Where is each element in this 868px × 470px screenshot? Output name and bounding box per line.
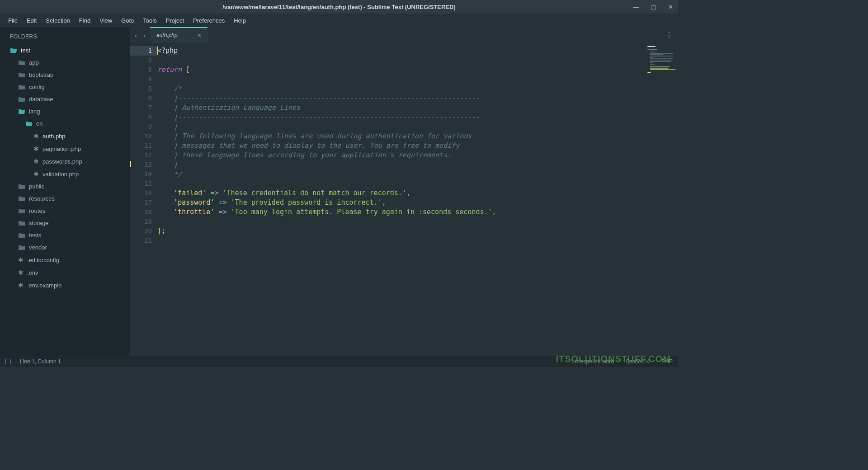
file-icon: ✱ [33, 158, 39, 165]
menu-edit[interactable]: Edit [22, 15, 41, 26]
tree-label: auth.php [42, 133, 66, 140]
file-item[interactable]: ✱.env.example [0, 279, 130, 291]
string-value: 'The provided password is incorrect.' [231, 198, 382, 207]
nav-forward-icon[interactable]: › [143, 31, 146, 39]
panel-toggle-icon[interactable] [5, 359, 11, 364]
menu-help[interactable]: Help [229, 15, 250, 26]
comment: | these language lines according to your… [174, 151, 451, 159]
comment: | The following language lines are used … [174, 132, 472, 140]
file-item[interactable]: ✱validation.php [0, 168, 130, 180]
folder-item[interactable]: tests [0, 229, 130, 241]
folder-icon [10, 48, 17, 53]
code-content[interactable]: <?php return [ /* |---------------------… [157, 42, 641, 356]
menu-project[interactable]: Project [161, 15, 189, 26]
file-icon: ✱ [33, 132, 39, 140]
main-area: FOLDERS testappbootstrapconfigdatabasela… [0, 27, 678, 356]
comment: /* [174, 85, 182, 93]
titlebar: /var/www/me/laravel11/test/lang/en/auth.… [0, 0, 678, 14]
tree-label: en [36, 120, 42, 127]
folder-icon [18, 72, 25, 78]
array-key: 'password' [174, 198, 214, 207]
folder-item[interactable]: test [0, 44, 130, 56]
comma: , [382, 198, 386, 207]
menu-file[interactable]: File [4, 15, 22, 26]
folder-item[interactable]: bootstrap [0, 69, 130, 81]
file-icon: ✱ [18, 269, 24, 276]
folder-icon [18, 208, 25, 214]
folder-item[interactable]: routes [0, 205, 130, 217]
window-controls: — ▢ ✕ [633, 0, 674, 14]
file-item[interactable]: ✱pagination.php [0, 142, 130, 155]
folder-tree: testappbootstrapconfigdatabaselangen✱aut… [0, 44, 130, 291]
tab-auth-php[interactable]: auth.php × [150, 27, 208, 42]
folder-icon [18, 109, 25, 114]
folder-icon [18, 221, 25, 226]
folder-item[interactable]: database [0, 93, 130, 105]
minimap-content [647, 46, 675, 78]
menu-find[interactable]: Find [75, 15, 95, 26]
menu-preferences[interactable]: Preferences [189, 15, 229, 26]
file-item[interactable]: ✱passwords.php [0, 155, 130, 168]
minimize-button[interactable]: — [633, 4, 639, 10]
tree-label: public [29, 183, 44, 190]
tree-label: validation.php [42, 171, 79, 178]
tree-label: app [29, 59, 39, 66]
comment: | messages that we need to display to th… [174, 141, 459, 150]
file-icon: ✱ [33, 170, 39, 178]
tab-close-icon[interactable]: × [198, 32, 201, 39]
file-item[interactable]: ✱auth.php [0, 130, 130, 142]
arrow-op: => [210, 189, 218, 197]
folder-item[interactable]: lang [0, 105, 130, 118]
arrow-op: => [218, 208, 226, 216]
string-value: 'These credentials do not match our reco… [223, 189, 406, 197]
watermark: ITSOLUTIONSTUFF.COM [556, 354, 671, 364]
keyword-return: return [157, 66, 182, 74]
folder-item[interactable]: vendor [0, 241, 130, 254]
kebab-icon[interactable]: ⋮ [665, 31, 673, 39]
folder-item[interactable]: public [0, 180, 130, 193]
code-area: 123456789101112131415161718192021 <?php … [130, 42, 678, 356]
folder-item[interactable]: en [0, 118, 130, 130]
file-item[interactable]: ✱.env [0, 266, 130, 279]
array-key: 'throttle' [174, 208, 214, 216]
folder-icon [18, 97, 25, 102]
sidebar: FOLDERS testappbootstrapconfigdatabasela… [0, 27, 130, 356]
comment: |---------------------------------------… [174, 94, 480, 102]
folder-icon [25, 121, 33, 127]
folder-icon [18, 245, 25, 250]
comment: | [174, 122, 178, 131]
tree-label: .env.example [27, 282, 61, 289]
tree-label: routes [29, 207, 45, 214]
menu-goto[interactable]: Goto [117, 15, 138, 26]
menu-view[interactable]: View [95, 15, 117, 26]
folder-icon [18, 60, 25, 66]
array-key: 'failed' [174, 189, 206, 197]
left-edge-cursor [130, 161, 131, 167]
tree-label: passwords.php [42, 158, 82, 165]
folder-item[interactable]: resources [0, 193, 130, 205]
file-icon: ✱ [33, 145, 39, 152]
folder-item[interactable]: storage [0, 217, 130, 229]
nav-back-icon[interactable]: ‹ [135, 31, 137, 39]
close-window-button[interactable]: ✕ [667, 4, 674, 10]
menu-selection[interactable]: Selection [41, 15, 74, 26]
minimap[interactable] [641, 42, 678, 356]
tree-label: .editorconfig [27, 257, 59, 263]
bracket-open: [ [186, 66, 190, 74]
maximize-button[interactable]: ▢ [650, 4, 656, 10]
file-item[interactable]: ✱.editorconfig [0, 254, 130, 266]
arrow-op: => [218, 198, 226, 207]
editor: ‹ › auth.php × ⋮ 12345678910111213141516… [130, 27, 678, 356]
menu-tools[interactable]: Tools [138, 15, 161, 26]
folder-item[interactable]: app [0, 56, 130, 69]
folder-icon [18, 184, 25, 189]
folder-icon [18, 196, 25, 202]
tab-nav: ‹ › [130, 27, 150, 42]
tabbar: ‹ › auth.php × ⋮ [130, 27, 678, 42]
tree-label: tests [29, 232, 41, 239]
comment: |---------------------------------------… [174, 113, 480, 121]
tree-label: .env [27, 269, 38, 276]
folder-item[interactable]: config [0, 81, 130, 93]
tree-label: config [29, 84, 45, 90]
string-value: 'Too many login attempts. Please try aga… [231, 208, 492, 216]
